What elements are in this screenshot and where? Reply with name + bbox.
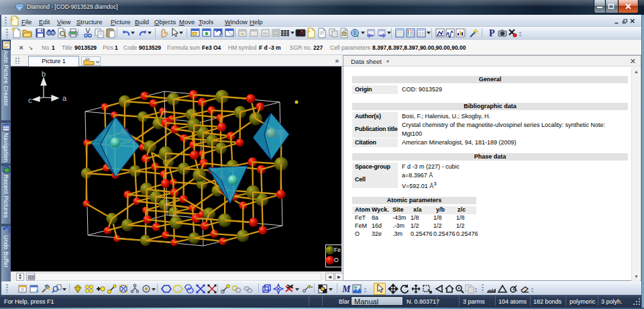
svg-text:P: P [489,28,495,38]
svg-text:O: O [334,257,339,263]
svg-text:M: M [341,284,351,294]
svg-text:Fe: Fe [309,285,313,289]
svg-text:b: b [42,70,46,78]
svg-text:a: a [62,94,67,102]
svg-text:Fe: Fe [334,247,341,253]
svg-text:c: c [28,96,32,104]
